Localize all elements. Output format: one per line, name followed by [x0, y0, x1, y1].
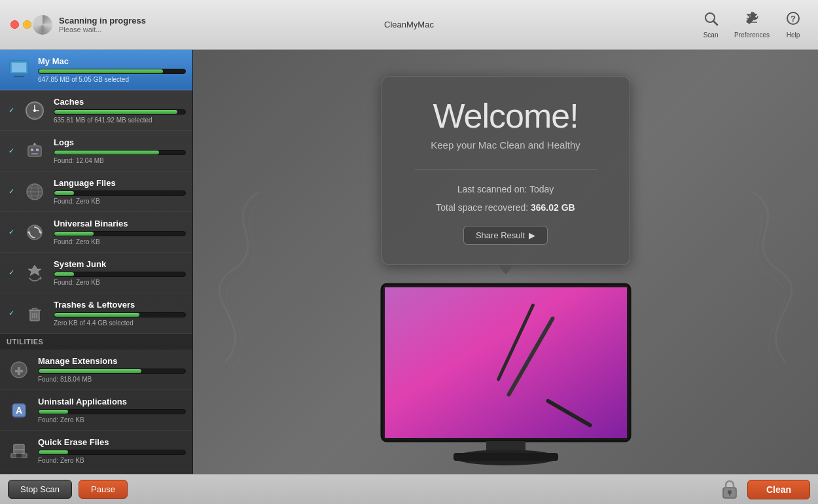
quick-erase-info: Found: Zero KB [38, 457, 186, 464]
system-junk-progress-bar [54, 272, 186, 277]
sidebar-item-universal-binaries[interactable]: ✓ Universal Binaries [0, 212, 192, 253]
swirl-right-decoration [726, 179, 805, 375]
universal-binaries-progress-bar [54, 231, 186, 236]
scan-button[interactable]: Scan [696, 8, 725, 41]
app-icon: A [7, 398, 31, 423]
system-junk-checkbox[interactable]: ✓ [7, 268, 16, 278]
my-mac-progress-fill [39, 69, 163, 73]
circle-arrows-icon [22, 220, 47, 245]
svg-rect-10 [14, 76, 24, 77]
share-result-button[interactable]: Share Result ▶ [463, 226, 548, 245]
sidebar-item-logs[interactable]: ✓ Logs [0, 131, 192, 171]
svg-rect-41 [14, 444, 24, 454]
swirl-left-decoration [206, 179, 285, 375]
manage-extensions-info: Found: 818.04 MB [38, 376, 186, 383]
clean-button[interactable]: Clean [747, 480, 810, 499]
help-button[interactable]: ? Help [779, 8, 808, 41]
card-divider [415, 169, 597, 170]
quick-erase-label: Quick Erase Files [38, 437, 109, 447]
total-recovered: Total space recovered: 366.02 GB [415, 198, 597, 217]
universal-binaries-info: Found: Zero KB [54, 238, 186, 245]
svg-rect-51 [453, 453, 558, 461]
preferences-label: Preferences [734, 31, 770, 39]
svg-rect-16 [28, 146, 41, 156]
scan-label: Scan [703, 31, 719, 39]
sidebar-item-uninstall-applications[interactable]: A Uninstall Applications Found: Zero KB [0, 390, 192, 431]
caches-info: 635.81 MB of 641.92 MB selected [54, 117, 186, 124]
universal-binaries-checkbox[interactable]: ✓ [7, 228, 16, 237]
system-junk-info: Found: Zero KB [54, 279, 186, 286]
language-files-checkbox[interactable]: ✓ [7, 187, 16, 196]
svg-rect-8 [12, 63, 26, 72]
puzzle-icon [7, 357, 31, 382]
svg-point-15 [33, 109, 36, 112]
sidebar-item-language-files[interactable]: ✓ Language Files [0, 171, 192, 212]
bottom-bar: Stop Scan Pause Clean [0, 474, 818, 504]
trashes-info: Zero KB of 4.4 GB selected [54, 319, 186, 327]
svg-rect-18 [36, 149, 39, 151]
preferences-button[interactable]: Preferences [728, 8, 776, 41]
trashes-progress-fill [54, 313, 139, 317]
language-files-label: Language Files [54, 178, 116, 188]
caches-label: Caches [54, 97, 84, 107]
sidebar-list: My Mac 647.85 MB of 5.05 GB selected ✓ [0, 50, 192, 478]
my-mac-progress-bar [38, 69, 186, 74]
sidebar-item-manage-extensions[interactable]: Manage Extensions Found: 818.04 MB [0, 350, 192, 390]
sidebar-item-my-mac[interactable]: My Mac 647.85 MB of 5.05 GB selected [0, 50, 192, 90]
manage-extensions-progress-fill [39, 369, 141, 373]
system-junk-label: System Junk [54, 259, 106, 269]
manage-extensions-label: Manage Extensions [38, 356, 117, 366]
manage-extensions-progress-bar [38, 369, 186, 374]
robot-icon [22, 139, 47, 164]
lock-button[interactable] [719, 478, 741, 501]
sidebar-item-trashes[interactable]: ✓ Trashes & Leftovers [0, 293, 192, 334]
quick-erase-progress-bar [38, 450, 186, 455]
utilities-header: Utilities [0, 334, 192, 350]
scan-spinner-icon [33, 15, 52, 35]
caches-progress-bar [54, 109, 186, 115]
help-label: Help [787, 31, 800, 39]
last-scanned: Last scanned on: Today [415, 180, 597, 198]
close-button[interactable] [10, 20, 19, 29]
svg-rect-9 [16, 74, 22, 76]
recycle-icon [22, 261, 47, 285]
logs-label: Logs [54, 137, 74, 147]
uninstall-applications-info: Found: Zero KB [38, 416, 186, 423]
stats-text: Last scanned on: Today Total space recov… [415, 180, 597, 217]
share-result-label: Share Result [476, 230, 525, 240]
content-area: Welcome! Keep your Mac Clean and Healthy… [193, 50, 818, 504]
logs-info: Found: 12.04 MB [54, 157, 186, 164]
sidebar-item-quick-erase[interactable]: Quick Erase Files Found: Zero KB [0, 431, 192, 471]
minimize-button[interactable] [23, 20, 31, 29]
clock-icon [22, 98, 47, 123]
welcome-title: Welcome! [415, 96, 597, 135]
uninstall-applications-label: Uninstall Applications [38, 397, 127, 406]
pause-button[interactable]: Pause [79, 480, 128, 499]
caches-checkbox[interactable]: ✓ [7, 106, 16, 115]
sidebar-item-caches[interactable]: ✓ Caches [0, 90, 192, 131]
welcome-card: Welcome! Keep your Mac Clean and Healthy… [382, 76, 630, 265]
scan-status-title: Scanning in progress [59, 16, 146, 26]
language-files-progress-fill [54, 191, 74, 195]
my-mac-info: 647.85 MB of 5.05 GB selected [38, 76, 186, 83]
scan-icon [703, 10, 719, 30]
svg-rect-19 [31, 153, 38, 154]
universal-binaries-label: Universal Binaries [54, 219, 128, 228]
logs-checkbox[interactable]: ✓ [7, 147, 16, 156]
app-title: CleanMyMac [384, 20, 434, 29]
trashes-progress-bar [54, 312, 186, 317]
universal-binaries-progress-fill [54, 232, 94, 236]
svg-rect-33 [32, 308, 37, 310]
scan-status: Scanning in progress Please wait... [33, 15, 146, 35]
sidebar-item-system-junk[interactable]: ✓ System Junk Found: Zero KB [0, 253, 192, 293]
main-layout: My Mac 647.85 MB of 5.05 GB selected ✓ [0, 50, 818, 504]
logs-progress-fill [54, 151, 159, 154]
erase-icon [7, 439, 31, 463]
trashes-checkbox[interactable]: ✓ [7, 309, 16, 318]
quick-erase-progress-fill [39, 450, 68, 454]
card-pointer [498, 265, 514, 274]
stop-scan-button[interactable]: Stop Scan [8, 480, 72, 499]
share-arrow-icon: ▶ [529, 230, 535, 240]
svg-rect-43 [16, 454, 22, 458]
sidebar: My Mac 647.85 MB of 5.05 GB selected ✓ [0, 50, 193, 504]
